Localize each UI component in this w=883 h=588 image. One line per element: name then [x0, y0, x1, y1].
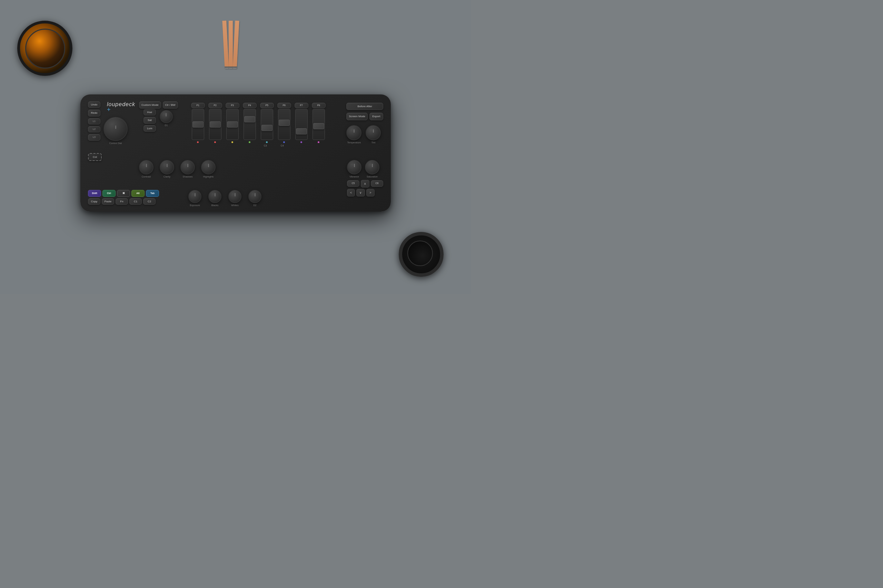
p7-fader[interactable] — [295, 109, 308, 140]
p8-button[interactable]: P8 — [312, 103, 326, 108]
highlights-label: Highlights — [203, 176, 214, 178]
whites-label: Whites — [231, 204, 238, 207]
tint-label: Tint — [372, 141, 375, 144]
d1-knob[interactable] — [160, 110, 173, 123]
p5-button[interactable]: P5 — [260, 103, 274, 108]
hue-button[interactable]: Hue — [143, 109, 156, 116]
c2-button[interactable]: C2 — [143, 198, 156, 205]
p6-fader[interactable] — [278, 109, 290, 140]
contrast-knob[interactable] — [139, 160, 153, 174]
exposure-knob[interactable] — [188, 190, 202, 203]
d1-label: D1 — [164, 124, 168, 126]
p6-button[interactable]: P6 — [277, 103, 291, 108]
pencils — [213, 21, 258, 72]
undo-button[interactable]: Undo — [88, 101, 100, 108]
p3-fader[interactable] — [226, 109, 239, 140]
blacks-knob[interactable] — [208, 190, 221, 203]
p5-dot — [266, 141, 268, 143]
c1-button[interactable]: C1 — [129, 198, 142, 205]
p1-dot — [197, 141, 199, 143]
c4-label-text: C4 — [281, 144, 284, 147]
scene: Undo Redo L1 L2 L3 loupedeck + Control D… — [0, 0, 471, 294]
d2-knob[interactable] — [248, 190, 262, 203]
p1-button[interactable]: P1 — [191, 103, 205, 108]
exposure-label: Exposure — [190, 204, 200, 207]
p2-button[interactable]: P2 — [208, 103, 222, 108]
l1-button[interactable]: L1 — [88, 118, 100, 124]
temperature-label: Temperature — [347, 141, 361, 144]
sat-button[interactable]: Sat — [143, 117, 156, 124]
p8-fader[interactable] — [313, 109, 325, 140]
control-dial[interactable] — [104, 117, 128, 141]
loupedeck-device: Undo Redo L1 L2 L3 loupedeck + Control D… — [80, 94, 391, 212]
tab-button[interactable]: Tab — [146, 190, 159, 197]
l3-button[interactable]: L3 — [88, 134, 100, 140]
control-dial-label: Control Dial — [109, 142, 122, 144]
p3-button[interactable]: P3 — [226, 103, 239, 108]
paste-button[interactable]: Paste — [102, 198, 114, 205]
c3-label-text: C3 — [264, 144, 267, 147]
p1-fader[interactable] — [192, 109, 204, 140]
temperature-knob[interactable] — [346, 125, 361, 140]
p7-dot — [301, 141, 302, 143]
shadows-label: Shadows — [183, 176, 193, 178]
faders-row: P1 P2 P3 — [191, 103, 326, 143]
p3-dot — [232, 141, 233, 143]
p4-fader[interactable] — [244, 109, 256, 140]
saturation-knob[interactable] — [365, 160, 379, 174]
p4-button[interactable]: P4 — [243, 103, 257, 108]
logo-area: loupedeck + — [104, 101, 138, 113]
p2-fader[interactable] — [209, 109, 221, 140]
vibrance-label: Vibrance — [349, 176, 359, 178]
contrast-label: Contrast — [142, 176, 151, 178]
ctrl-button[interactable]: Ctrl — [102, 190, 116, 197]
shift-button[interactable]: Shift — [88, 190, 101, 197]
fn-button[interactable]: Fn — [116, 198, 128, 205]
clr-bw-button[interactable]: Clr / BW — [163, 101, 178, 109]
camera-lens — [17, 21, 72, 76]
highlights-knob[interactable] — [201, 160, 215, 174]
l2-button[interactable]: L2 — [88, 126, 100, 132]
p8-dot — [318, 141, 319, 143]
p2-dot — [214, 141, 216, 143]
tint-knob[interactable] — [366, 125, 381, 140]
lens-filter — [399, 232, 444, 277]
c5-button[interactable]: C5 — [347, 180, 360, 186]
cmd-button[interactable]: ⌘ — [117, 190, 130, 197]
clarity-knob[interactable] — [160, 160, 174, 174]
custom-mode-button[interactable]: Custom Mode — [139, 101, 161, 109]
left-buttons: Undo Redo L1 L2 L3 — [88, 101, 100, 141]
arrow-up-button[interactable]: ∧ — [361, 180, 369, 188]
p7-button[interactable]: P7 — [295, 103, 308, 108]
p5-fader[interactable] — [261, 109, 273, 140]
d2-label: D2 — [254, 204, 257, 207]
alt-button[interactable]: Alt — [131, 190, 144, 197]
pencil-1 — [222, 21, 229, 69]
vibrance-knob[interactable] — [347, 160, 361, 174]
before-after-button[interactable]: Before After — [346, 103, 383, 110]
p4-dot — [249, 141, 250, 143]
blacks-label: Blacks — [211, 204, 219, 207]
redo-button[interactable]: Redo — [88, 110, 100, 117]
p6-dot — [283, 141, 285, 143]
pencil-2 — [229, 21, 233, 69]
pencil-3 — [233, 21, 239, 69]
faders-section: P1 P2 P3 — [174, 103, 342, 147]
export-button[interactable]: Export — [369, 113, 383, 120]
whites-knob[interactable] — [228, 190, 241, 203]
screen-mode-button[interactable]: Screen Mode — [346, 113, 368, 120]
hsl-buttons: Hue Sat Lum — [143, 109, 156, 132]
lum-button[interactable]: Lum — [143, 125, 156, 132]
saturation-label: Saturation — [367, 176, 378, 178]
clarity-label: Clarity — [164, 176, 170, 178]
shadows-knob[interactable] — [181, 160, 195, 174]
c6-button[interactable]: C6 — [371, 180, 383, 186]
top-section: Undo Redo L1 L2 L3 loupedeck + Control D… — [88, 101, 383, 143]
model-plus: + — [107, 106, 135, 113]
copy-button[interactable]: Copy — [88, 198, 100, 205]
